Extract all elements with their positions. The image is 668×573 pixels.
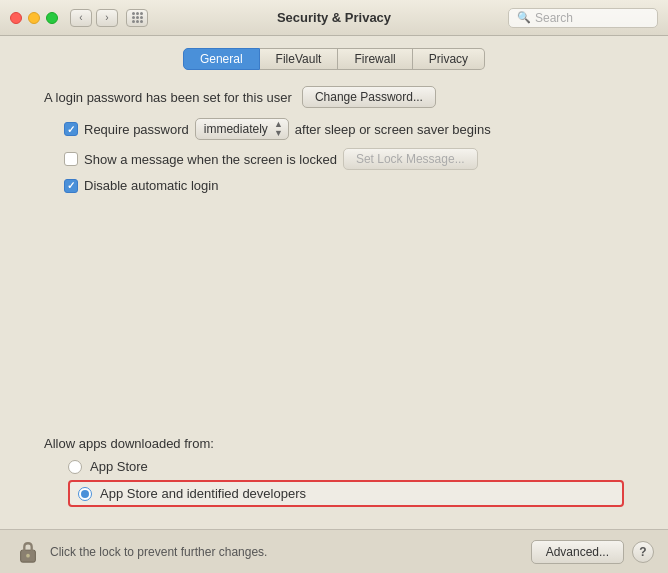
main-content: General FileVault Firewall Privacy A log… — [0, 36, 668, 529]
general-panel: A login password has been set for this u… — [24, 86, 644, 529]
password-timing-dropdown[interactable]: immediately ▲▼ — [195, 118, 289, 140]
search-box[interactable]: 🔍 Search — [508, 8, 658, 28]
disable-autologin-label: Disable automatic login — [84, 178, 218, 193]
window-title: Security & Privacy — [277, 10, 391, 25]
advanced-button[interactable]: Advanced... — [531, 540, 624, 564]
appstore-only-row: App Store — [68, 459, 624, 474]
search-placeholder: Search — [535, 11, 573, 25]
forward-button[interactable]: › — [96, 9, 118, 27]
tab-firewall[interactable]: Firewall — [338, 48, 412, 70]
search-icon: 🔍 — [517, 11, 531, 24]
appstore-identified-label: App Store and identified developers — [100, 486, 306, 501]
allow-apps-heading: Allow apps downloaded from: — [44, 436, 624, 451]
dropdown-value: immediately — [204, 122, 268, 136]
lock-icon — [17, 540, 39, 564]
nav-buttons: ‹ › — [70, 9, 118, 27]
lock-status-text: Click the lock to prevent further change… — [50, 545, 531, 559]
appstore-only-radio[interactable] — [68, 460, 82, 474]
show-message-row: Show a message when the screen is locked… — [64, 148, 624, 170]
help-button[interactable]: ? — [632, 541, 654, 563]
grid-icon — [132, 12, 143, 23]
minimize-button[interactable] — [28, 12, 40, 24]
login-password-text: A login password has been set for this u… — [44, 90, 292, 105]
require-password-label: Require password — [84, 122, 189, 137]
titlebar: ‹ › Security & Privacy 🔍 Search — [0, 0, 668, 36]
tab-privacy[interactable]: Privacy — [413, 48, 485, 70]
tabs-container: General FileVault Firewall Privacy — [183, 48, 485, 70]
tab-general[interactable]: General — [183, 48, 260, 70]
disable-autologin-checkbox[interactable] — [64, 179, 78, 193]
grid-button[interactable] — [126, 9, 148, 27]
svg-point-1 — [26, 553, 30, 557]
appstore-identified-row: App Store and identified developers — [68, 480, 624, 507]
set-lock-message-button[interactable]: Set Lock Message... — [343, 148, 478, 170]
after-sleep-text: after sleep or screen saver begins — [295, 122, 491, 137]
allow-apps-section: Allow apps downloaded from: App Store Ap… — [44, 436, 624, 513]
require-password-row: Require password immediately ▲▼ after sl… — [64, 118, 624, 140]
back-button[interactable]: ‹ — [70, 9, 92, 27]
chevron-updown-icon: ▲▼ — [274, 120, 283, 138]
lock-button[interactable] — [14, 538, 42, 566]
traffic-lights — [10, 12, 58, 24]
tab-filevault[interactable]: FileVault — [260, 48, 339, 70]
disable-autologin-row: Disable automatic login — [64, 178, 624, 193]
show-message-label: Show a message when the screen is locked — [84, 152, 337, 167]
appstore-only-label: App Store — [90, 459, 148, 474]
require-password-checkbox[interactable] — [64, 122, 78, 136]
show-message-checkbox[interactable] — [64, 152, 78, 166]
bottom-bar: Click the lock to prevent further change… — [0, 529, 668, 573]
login-password-row: A login password has been set for this u… — [44, 86, 624, 108]
appstore-identified-radio[interactable] — [78, 487, 92, 501]
change-password-button[interactable]: Change Password... — [302, 86, 436, 108]
maximize-button[interactable] — [46, 12, 58, 24]
close-button[interactable] — [10, 12, 22, 24]
